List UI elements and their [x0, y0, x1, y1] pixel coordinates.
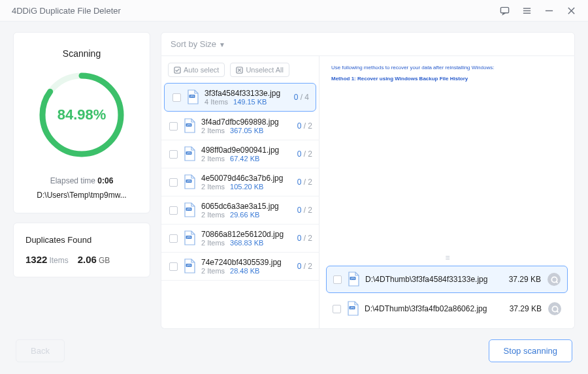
results-body: Auto select Unselect All JPG 3f3fa4584f3…	[161, 56, 575, 329]
file-list: JPG D:\4DThumb\3f3fa4584f33133e.jpg 37.2…	[319, 262, 574, 328]
group-checkbox[interactable]	[169, 262, 178, 271]
group-items-label: 4 Items	[204, 98, 228, 106]
svg-line-29	[556, 281, 557, 283]
stop-scanning-button[interactable]: Stop scanning	[489, 339, 572, 362]
file-path: D:\4DThumb\3f3fa4584f33133e.jpg	[365, 275, 502, 284]
jpg-file-icon: JPG	[347, 272, 360, 287]
group-size: 367.05 KB	[230, 127, 263, 134]
group-size: 149.15 KB	[233, 98, 267, 106]
preview-text-1: Use following methods to recover your da…	[331, 64, 563, 72]
file-size: 37.29 KB	[510, 304, 542, 313]
group-size: 67.42 KB	[230, 155, 259, 163]
group-checkbox[interactable]	[169, 206, 178, 215]
auto-select-button[interactable]: Auto select	[168, 63, 225, 77]
app-title: 4DDiG Duplicate File Deleter	[12, 6, 121, 16]
menu-icon[interactable]	[521, 5, 532, 16]
group-checkbox[interactable]	[169, 150, 178, 159]
group-selection-count: 0 / 4	[294, 93, 309, 102]
svg-text:JPG: JPG	[187, 236, 191, 239]
svg-text:JPG: JPG	[190, 95, 195, 98]
scan-heading: Scanning	[63, 48, 101, 59]
preview-button[interactable]	[547, 273, 561, 286]
footer: Back Stop scanning	[0, 329, 588, 374]
chevron-down-icon: ▼	[219, 41, 225, 48]
group-item[interactable]: JPG 4e50079d46c3a7b6.jpg 2 Items 105.20 …	[161, 168, 319, 196]
group-toolbar: Auto select Unselect All	[161, 56, 319, 82]
group-filename: 70866a812e56120d.jpg	[201, 230, 293, 239]
scan-card: Scanning 84.98% Elapsed time 0:06 D:\Use…	[13, 32, 150, 213]
duplicates-count: 1322Items	[25, 254, 69, 265]
jpg-file-icon: JPG	[183, 174, 196, 190]
duplicates-size: 2.06GB	[78, 254, 110, 265]
minimize-icon[interactable]	[544, 5, 554, 16]
group-size: 105.20 KB	[230, 183, 263, 191]
group-items-label: 2 Items	[201, 155, 225, 163]
file-row[interactable]: JPG D:\4DThumb\3f3fa4584f33133e.jpg 37.2…	[326, 266, 568, 293]
group-selection-count: 0 / 2	[297, 149, 312, 159]
group-filename: 3f3fa4584f33133e.jpg	[204, 89, 290, 98]
group-filename: 498ff0ad9e090941.jpg	[201, 146, 293, 155]
detail-panel: Use following methods to recover your da…	[319, 56, 574, 328]
svg-text:JPG: JPG	[350, 307, 355, 309]
file-checkbox[interactable]	[333, 305, 341, 313]
group-checkbox[interactable]	[169, 178, 178, 187]
group-checkbox[interactable]	[169, 122, 178, 131]
file-path: D:\4DThumb\3f3fa4fb02a86062.jpg	[365, 304, 503, 313]
file-checkbox[interactable]	[333, 275, 342, 284]
group-selection-count: 0 / 2	[297, 234, 312, 243]
group-checkbox[interactable]	[169, 234, 178, 243]
duplicates-stats: 1322Items 2.06GB	[25, 254, 138, 265]
progress-ring: 84.98%	[36, 69, 127, 161]
group-items-label: 2 Items	[201, 239, 225, 247]
svg-rect-0	[500, 7, 508, 12]
group-items-label: 2 Items	[201, 267, 225, 275]
group-filename: 6065dc6a3ae3a15.jpg	[201, 202, 293, 211]
group-items-label: 2 Items	[201, 127, 225, 134]
svg-text:JPG: JPG	[187, 180, 191, 183]
group-checkbox[interactable]	[172, 93, 181, 102]
jpg-file-icon: JPG	[183, 118, 196, 134]
sort-dropdown[interactable]: Sort by Size▼	[161, 32, 575, 56]
group-size: 29.66 KB	[230, 211, 259, 219]
preview-button[interactable]	[548, 302, 561, 315]
group-items-label: 2 Items	[201, 183, 225, 191]
group-item[interactable]: JPG 3f3fa4584f33133e.jpg 4 Items 149.15 …	[164, 83, 316, 112]
jpg-file-icon: JPG	[183, 146, 196, 162]
svg-text:JPG: JPG	[187, 124, 191, 127]
main-area: Scanning 84.98% Elapsed time 0:06 D:\Use…	[0, 22, 588, 329]
jpg-file-icon: JPG	[183, 258, 196, 274]
group-item[interactable]: JPG 74e7240bf4305539.jpg 2 Items 28.48 K…	[161, 253, 319, 281]
progress-percent: 84.98%	[36, 69, 127, 161]
group-item[interactable]: JPG 498ff0ad9e090941.jpg 2 Items 67.42 K…	[161, 140, 319, 168]
file-size: 37.29 KB	[509, 275, 541, 284]
titlebar: 4DDiG Duplicate File Deleter	[0, 0, 588, 22]
group-item[interactable]: JPG 70866a812e56120d.jpg 2 Items 368.83 …	[161, 225, 319, 253]
group-items-label: 2 Items	[201, 211, 225, 219]
group-item[interactable]: JPG 6065dc6a3ae3a15.jpg 2 Items 29.66 KB…	[161, 196, 319, 225]
preview-pane: Use following methods to recover your da…	[319, 56, 574, 254]
group-filename: 74e7240bf4305539.jpg	[201, 258, 293, 267]
group-filename: 3f4ad7dfbc969898.jpg	[201, 117, 293, 127]
svg-text:JPG: JPG	[351, 277, 355, 280]
unselect-all-button[interactable]: Unselect All	[230, 63, 289, 77]
group-item[interactable]: JPG 3f4ad7dfbc969898.jpg 2 Items 367.05 …	[161, 112, 319, 140]
group-selection-count: 0 / 2	[297, 121, 312, 131]
duplicates-card: Duplicates Found 1322Items 2.06GB	[13, 223, 150, 277]
jpg-file-icon: JPG	[346, 301, 359, 317]
svg-text:JPG: JPG	[187, 152, 191, 155]
jpg-file-icon: JPG	[186, 89, 199, 105]
svg-line-33	[557, 311, 558, 312]
close-icon[interactable]	[566, 5, 576, 16]
back-button[interactable]: Back	[16, 339, 65, 362]
jpg-file-icon: JPG	[183, 230, 196, 246]
preview-text-2: Method 1: Recover using Windows Backup F…	[331, 75, 563, 84]
elapsed-time: Elapsed time 0:06	[50, 176, 114, 185]
group-size: 28.48 KB	[230, 267, 259, 275]
file-row[interactable]: JPG D:\4DThumb\3f3fa4fb02a86062.jpg 37.2…	[326, 296, 568, 322]
left-panel: Scanning 84.98% Elapsed time 0:06 D:\Use…	[13, 32, 150, 329]
feedback-icon[interactable]	[499, 5, 510, 16]
group-list[interactable]: Auto select Unselect All JPG 3f3fa4584f3…	[161, 56, 319, 328]
duplicates-heading: Duplicates Found	[25, 235, 138, 245]
group-selection-count: 0 / 2	[297, 206, 312, 215]
splitter-handle[interactable]	[319, 254, 574, 262]
